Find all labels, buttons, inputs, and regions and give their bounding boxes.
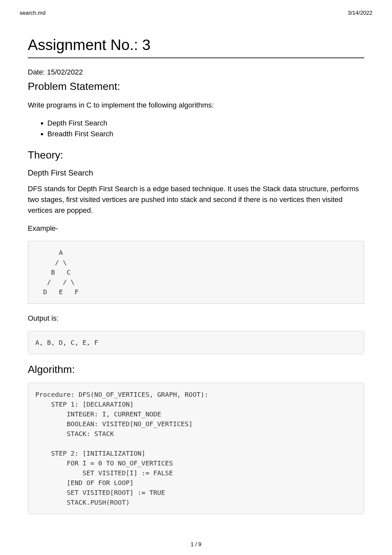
list-item: Breadth First Search xyxy=(47,128,364,139)
algorithms-list: Depth First Search Breadth First Search xyxy=(47,118,364,139)
page-header: search.md 3/14/2022 xyxy=(0,0,392,16)
page-title: Assignment No.: 3 xyxy=(28,36,364,58)
header-date: 3/14/2022 xyxy=(348,10,372,16)
section-theory: Theory: xyxy=(28,149,364,161)
section-problem-statement: Problem Statement: xyxy=(28,80,364,92)
dfs-heading: Depth First Search xyxy=(28,168,364,177)
list-item: Depth First Search xyxy=(47,118,364,128)
header-filename: search.md xyxy=(20,10,45,16)
tree-diagram-code: A / \ B C / / \ D E F xyxy=(28,241,364,304)
page-footer: 1 / 9 xyxy=(0,541,392,548)
algorithm-code: Procedure: DFS(NO_OF_VERTICES, GRAPH, RO… xyxy=(28,383,364,514)
section-algorithm: Algorithm: xyxy=(28,363,364,376)
document-content: Assignment No.: 3 Date: 15/02/2022 Probl… xyxy=(0,16,392,514)
output-code: A, B, D, C, E, F xyxy=(28,331,364,354)
problem-intro: Write programs in C to implement the fol… xyxy=(28,100,364,110)
example-label: Example- xyxy=(28,223,364,234)
page-indicator: 1 / 9 xyxy=(190,541,201,547)
date-line: Date: 15/02/2022 xyxy=(28,68,364,76)
dfs-description: DFS stands for Depth First Search is a e… xyxy=(28,183,364,216)
output-label: Output is: xyxy=(28,313,364,324)
